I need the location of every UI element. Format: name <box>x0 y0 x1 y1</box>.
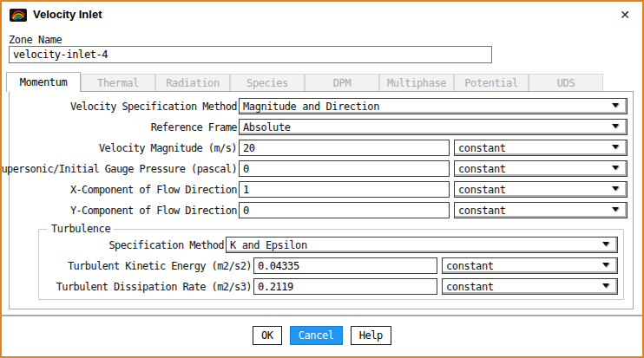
turbulent-dissipation-rate-row: Turbulent Dissipation Rate (m2/s3) const… <box>44 278 618 295</box>
profile-value: constant <box>455 205 612 217</box>
y-flow-direction-label: Y-Component of Flow Direction <box>10 202 239 218</box>
profile-value: constant <box>443 260 602 272</box>
tab-uds[interactable]: UDS <box>529 74 603 92</box>
turbulence-spec-method-label: Specification Method <box>44 237 226 253</box>
tab-potential[interactable]: Potential <box>454 74 529 92</box>
turbulence-spec-method-value: K and Epsilon <box>227 239 602 251</box>
zone-name-input[interactable] <box>9 46 492 63</box>
momentum-panel: Velocity Specification Method Magnitude … <box>9 91 634 309</box>
chevron-down-icon <box>612 124 619 128</box>
chevron-down-icon <box>612 186 619 191</box>
close-icon[interactable]: ✕ <box>617 7 633 23</box>
turbulence-spec-method-row: Specification Method K and Epsilon <box>44 237 618 253</box>
x-flow-direction-profile-dropdown[interactable]: constant <box>454 181 628 198</box>
fluent-app-icon <box>10 9 27 22</box>
tab-thermal[interactable]: Thermal <box>81 74 155 92</box>
cancel-button[interactable]: Cancel <box>290 326 343 345</box>
gauge-pressure-label: Supersonic/Initial Gauge Pressure (pasca… <box>10 160 239 177</box>
velocity-magnitude-profile-dropdown[interactable]: constant <box>454 140 628 156</box>
y-flow-direction-row: Y-Component of Flow Direction constant <box>10 202 628 218</box>
tab-species[interactable]: Species <box>230 74 305 92</box>
gauge-pressure-profile-dropdown[interactable]: constant <box>454 160 628 177</box>
turbulence-group: Turbulence Specification Method K and Ep… <box>38 223 624 300</box>
zone-name-label: Zone Name <box>9 34 62 46</box>
turbulent-kinetic-energy-row: Turbulent Kinetic Energy (m2/s2) constan… <box>44 257 618 274</box>
dialog-buttons: OK Cancel Help <box>2 326 642 345</box>
turbulence-group-title: Turbulence <box>48 223 114 235</box>
turbulent-dissipation-rate-profile-dropdown[interactable]: constant <box>442 278 618 295</box>
turbulence-spec-method-dropdown[interactable]: K and Epsilon <box>226 237 618 253</box>
velocity-inlet-dialog: Velocity Inlet ✕ Zone Name MomentumTherm… <box>0 0 644 358</box>
reference-frame-label: Reference Frame <box>10 119 239 135</box>
turbulent-kinetic-energy-input[interactable] <box>253 257 437 274</box>
help-button[interactable]: Help <box>351 326 391 345</box>
window-title: Velocity Inlet <box>33 8 102 21</box>
x-flow-direction-input[interactable] <box>239 181 450 198</box>
turbulent-dissipation-rate-label: Turbulent Dissipation Rate (m2/s3) <box>44 278 253 295</box>
tab-multiphase[interactable]: Multiphase <box>379 74 454 92</box>
velocity-spec-method-value: Magnitude and Direction <box>240 101 612 113</box>
y-flow-direction-input[interactable] <box>239 202 450 218</box>
gauge-pressure-row: Supersonic/Initial Gauge Pressure (pasca… <box>10 160 628 177</box>
velocity-spec-method-row: Velocity Specification Method Magnitude … <box>10 98 628 114</box>
turbulent-dissipation-rate-input[interactable] <box>253 278 437 295</box>
title-bar: Velocity Inlet ✕ <box>2 2 642 29</box>
tab-bar: MomentumThermalRadiationSpeciesDPMMultip… <box>6 72 603 92</box>
y-flow-direction-profile-dropdown[interactable]: constant <box>454 202 628 218</box>
velocity-magnitude-input[interactable] <box>239 140 450 156</box>
bottom-divider <box>2 315 642 316</box>
ok-button[interactable]: OK <box>253 326 282 345</box>
velocity-magnitude-label: Velocity Magnitude (m/s) <box>10 140 239 156</box>
reference-frame-row: Reference Frame Absolute <box>10 119 628 135</box>
chevron-down-icon <box>612 145 619 149</box>
profile-value: constant <box>455 184 612 196</box>
velocity-magnitude-row: Velocity Magnitude (m/s) constant <box>10 140 628 156</box>
chevron-down-icon <box>612 103 619 107</box>
velocity-spec-method-dropdown[interactable]: Magnitude and Direction <box>239 98 628 114</box>
profile-value: constant <box>455 163 612 175</box>
gauge-pressure-input[interactable] <box>239 160 450 177</box>
chevron-down-icon <box>612 207 619 212</box>
tab-dpm[interactable]: DPM <box>305 74 379 92</box>
velocity-spec-method-label: Velocity Specification Method <box>10 98 239 114</box>
reference-frame-value: Absolute <box>240 121 612 133</box>
tab-momentum[interactable]: Momentum <box>6 72 81 92</box>
turbulent-kinetic-energy-label: Turbulent Kinetic Energy (m2/s2) <box>44 257 253 274</box>
reference-frame-dropdown[interactable]: Absolute <box>239 119 628 135</box>
chevron-down-icon <box>602 283 609 288</box>
profile-value: constant <box>455 142 612 154</box>
x-flow-direction-row: X-Component of Flow Direction constant <box>10 181 628 198</box>
chevron-down-icon <box>612 166 619 170</box>
chevron-down-icon <box>602 263 609 267</box>
chevron-down-icon <box>602 242 609 246</box>
turbulent-kinetic-energy-profile-dropdown[interactable]: constant <box>442 257 618 274</box>
x-flow-direction-label: X-Component of Flow Direction <box>10 181 239 198</box>
tab-radiation[interactable]: Radiation <box>155 74 230 92</box>
profile-value: constant <box>443 281 602 293</box>
